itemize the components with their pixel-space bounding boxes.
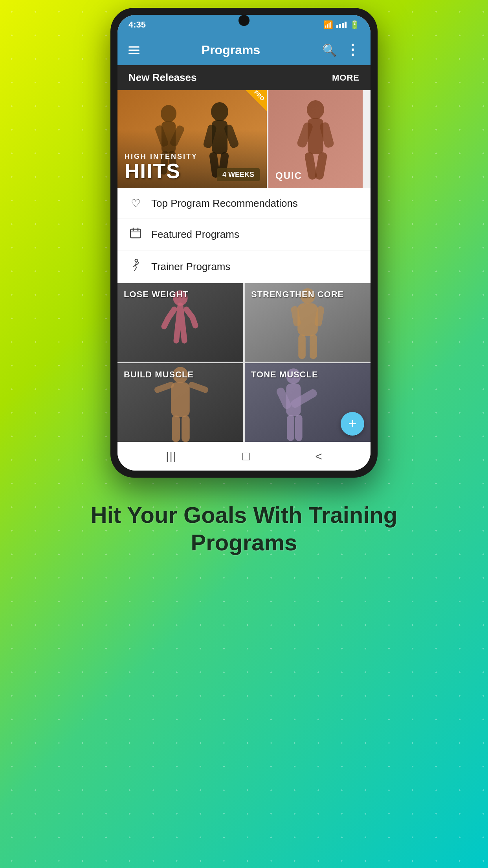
- camera-notch: [238, 15, 250, 26]
- menu-item-featured-programs[interactable]: Featured Programs: [117, 219, 371, 250]
- svg-rect-39: [172, 416, 180, 442]
- menu-list: ♡ Top Program Recommendations Featured P…: [117, 188, 371, 283]
- svg-rect-32: [298, 335, 306, 359]
- menu-label-featured-programs: Featured Programs: [151, 228, 239, 241]
- lose-weight-label: LOSE WEIGHT: [124, 289, 189, 300]
- menu-label-top-recommendations: Top Program Recommendations: [151, 197, 298, 210]
- nav-back-button[interactable]: |||: [166, 450, 177, 463]
- more-button[interactable]: MORE: [332, 73, 360, 83]
- phone-frame: 4:35 📶 🔋 Programs 🔍: [110, 8, 378, 478]
- bottom-navigation: ||| □ <: [117, 442, 371, 471]
- quick-label: QUIC: [275, 170, 302, 181]
- header-actions: 🔍 ⋮: [322, 42, 360, 58]
- app-header: Programs 🔍 ⋮: [117, 35, 371, 65]
- battery-icon: 🔋: [350, 20, 360, 29]
- new-releases-header: New Releases MORE: [117, 65, 371, 90]
- svg-rect-47: [295, 415, 303, 441]
- strengthen-core-label: STRENGTHEN CORE: [251, 289, 344, 300]
- menu-button[interactable]: [128, 46, 139, 54]
- program-grid: LOSE WEIGHT: [117, 283, 371, 442]
- nav-home-button[interactable]: □: [242, 449, 250, 463]
- nav-recents-button[interactable]: <: [315, 450, 322, 463]
- hiits-card[interactable]: HIGH INTENSITY HIITS 4 WEEKS PRO: [117, 90, 267, 188]
- menu-item-top-recommendations[interactable]: ♡ Top Program Recommendations: [117, 188, 371, 219]
- weeks-badge: 4 WEEKS: [217, 168, 260, 181]
- menu-item-trainer-programs[interactable]: Trainer Programs: [117, 250, 371, 283]
- new-releases-cards: HIGH INTENSITY HIITS 4 WEEKS PRO: [117, 90, 371, 188]
- svg-point-24: [135, 259, 138, 262]
- svg-rect-33: [310, 335, 317, 359]
- menu-label-trainer-programs: Trainer Programs: [151, 261, 230, 273]
- tone-muscle-label: TONE MUSCLE: [251, 370, 318, 380]
- quick-card[interactable]: QUIC: [268, 90, 363, 188]
- status-time: 4:35: [128, 20, 146, 30]
- more-options-button[interactable]: ⋮: [345, 42, 360, 58]
- wifi-icon: 📶: [323, 20, 333, 29]
- build-muscle-label: BUILD MUSCLE: [124, 370, 194, 380]
- heart-icon: ♡: [128, 197, 143, 210]
- program-card-build-muscle[interactable]: BUILD MUSCLE: [117, 363, 243, 442]
- signal-icon: [336, 21, 347, 28]
- status-icons: 📶 🔋: [323, 20, 360, 29]
- svg-point-14: [307, 100, 324, 119]
- svg-rect-29: [297, 303, 318, 336]
- runner-icon: [128, 259, 143, 274]
- search-button[interactable]: 🔍: [322, 43, 337, 57]
- svg-rect-46: [287, 415, 294, 441]
- svg-rect-36: [171, 382, 189, 417]
- fab-add-button[interactable]: +: [341, 412, 364, 436]
- phone-screen: 4:35 📶 🔋 Programs 🔍: [117, 15, 371, 471]
- calendar-icon: [128, 228, 143, 241]
- svg-rect-40: [182, 416, 190, 442]
- program-card-strengthen-core[interactable]: STRENGTHEN CORE: [245, 283, 371, 362]
- marketing-text: Hit Your Goals With Training Programs: [0, 501, 488, 556]
- page-title: Programs: [202, 43, 260, 57]
- new-releases-title: New Releases: [128, 72, 196, 84]
- program-card-lose-weight[interactable]: LOSE WEIGHT: [117, 283, 243, 362]
- svg-rect-20: [130, 229, 141, 238]
